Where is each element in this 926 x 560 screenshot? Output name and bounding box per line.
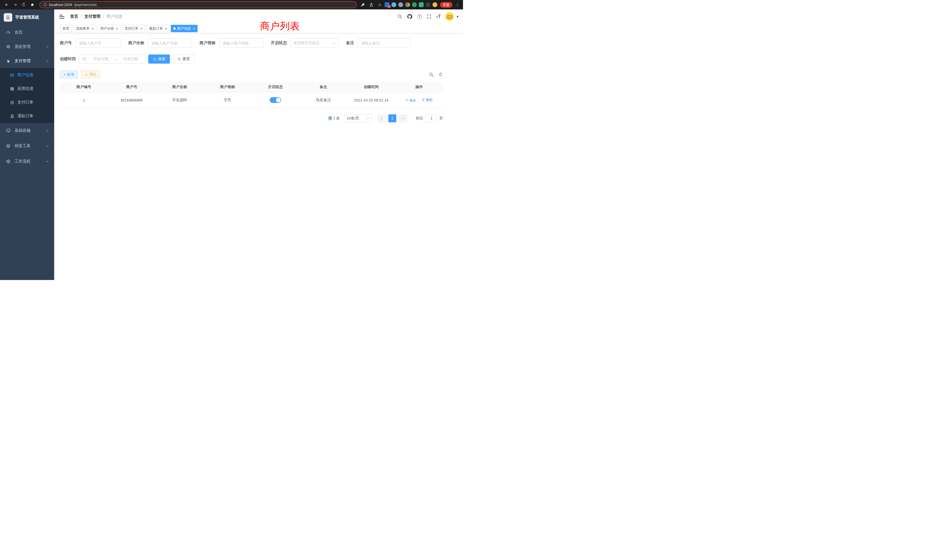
screen: localhost:1024 /pay/merchant ☆ 10 更新 ⋮ 芋…: [0, 0, 463, 280]
extension-icon-blue[interactable]: 10: [384, 2, 389, 7]
next-page-button[interactable]: ›: [399, 114, 407, 122]
app-title: 芋道管理系统: [15, 15, 39, 20]
short-name-input[interactable]: [219, 38, 263, 48]
tab-close-icon[interactable]: ×: [116, 27, 118, 30]
tab-refund-order[interactable]: 退款订单 ×: [147, 25, 169, 32]
remark-input[interactable]: [357, 38, 410, 48]
sidebar-item-refund-order[interactable]: 退款订单: [0, 109, 54, 123]
tab-label: 退款订单: [149, 26, 163, 31]
share-icon[interactable]: [368, 1, 375, 9]
browser-forward-icon[interactable]: [11, 1, 19, 9]
github-icon[interactable]: [407, 14, 413, 20]
avatar[interactable]: [445, 12, 454, 21]
toolbar-right: [429, 72, 443, 77]
page-size-select[interactable]: 10条/页: [344, 114, 372, 122]
extension-icon-green-square[interactable]: [419, 2, 424, 7]
extension-icon-colorful[interactable]: [405, 2, 410, 7]
sidebar-item-infra[interactable]: 基础设施: [0, 123, 54, 138]
app-logo[interactable]: 芋道管理系统: [0, 9, 54, 26]
col-header-actions: 操作: [395, 82, 443, 92]
dashboard-icon: [6, 30, 11, 35]
tab-close-icon[interactable]: ×: [165, 27, 167, 30]
show-search-icon[interactable]: [429, 72, 434, 77]
status-select[interactable]: 请选择开启状态: [290, 38, 339, 48]
key-icon[interactable]: [359, 1, 366, 9]
fullscreen-icon[interactable]: [427, 14, 432, 19]
sidebar-item-system[interactable]: 系统管理: [0, 39, 54, 54]
date-range-picker[interactable]: 开始日期 - 结束日期: [79, 54, 145, 64]
sidebar-item-workflow[interactable]: 工作流程: [0, 154, 54, 169]
plus-icon: +: [64, 73, 66, 76]
filter-status: 开启状态 请选择开启状态: [271, 38, 339, 48]
breadcrumb: 首页 / 支付管理 / 商户信息: [70, 14, 123, 19]
sidebar-item-pay-order[interactable]: 支付订单: [0, 95, 54, 109]
tab-close-icon[interactable]: ×: [140, 27, 142, 30]
breadcrumb-current: 商户信息: [107, 14, 123, 19]
tab-user-group[interactable]: 用户分组 ×: [98, 25, 121, 32]
font-size-icon[interactable]: TT: [436, 14, 441, 19]
sidebar-item-devtools[interactable]: 研发工具: [0, 138, 54, 154]
merchant-no-input[interactable]: [75, 38, 121, 48]
refresh-table-icon[interactable]: [438, 72, 443, 77]
browser-back-icon[interactable]: [3, 1, 10, 9]
sidebar-item-home[interactable]: 首页: [0, 26, 54, 39]
search-button[interactable]: 搜索: [148, 54, 170, 64]
bookmark-star-icon[interactable]: ☆: [376, 1, 383, 9]
browser-home-icon[interactable]: [29, 1, 36, 9]
chevron-up-icon: [46, 60, 49, 63]
filter-create-time: 创建时间 开始日期 - 结束日期: [60, 54, 145, 64]
edit-link[interactable]: ✎ 修改: [406, 98, 416, 103]
extension-icon-orange-face[interactable]: [433, 2, 437, 7]
status-toggle[interactable]: [270, 97, 281, 103]
sidebar-item-label: 退款订单: [17, 114, 33, 119]
sidebar-item-app-info[interactable]: 应用信息: [0, 82, 54, 95]
full-name-input[interactable]: [148, 38, 192, 48]
sidebar-item-merchant-info[interactable]: 商户信息: [0, 68, 54, 82]
extension-icon-droplet[interactable]: [392, 2, 396, 7]
create-time-label: 创建时间: [60, 56, 76, 62]
filter-remark: 备注: [346, 38, 410, 48]
remark-label: 备注: [346, 41, 354, 45]
browser-reload-icon[interactable]: [20, 1, 27, 9]
tab-pay-order[interactable]: 支付订单 ×: [122, 25, 145, 32]
caret-down-icon[interactable]: ▾: [457, 15, 458, 18]
delete-link[interactable]: 删除: [422, 97, 433, 102]
export-button[interactable]: 导出: [81, 70, 100, 79]
filter-short-name: 商户简称: [200, 38, 263, 48]
chevron-down-icon: [46, 129, 49, 132]
cell-short-name: 芋艿: [204, 92, 251, 108]
extension-icon-dark[interactable]: [426, 2, 431, 7]
breadcrumb-pay[interactable]: 支付管理: [85, 14, 100, 19]
add-button[interactable]: + 新增: [60, 70, 77, 79]
tab-close-icon[interactable]: ×: [92, 27, 94, 30]
goto-page-input[interactable]: [426, 114, 437, 122]
extension-icon-gray[interactable]: [398, 2, 403, 7]
reset-button[interactable]: 重置: [173, 54, 194, 64]
address-bar[interactable]: localhost:1024 /pay/merchant: [39, 1, 357, 8]
page-number-button[interactable]: 1: [388, 114, 396, 122]
sidebar-item-pay[interactable]: ¥ 支付管理: [0, 54, 54, 68]
sidebar-toggle-icon[interactable]: [59, 14, 65, 20]
tab-home[interactable]: 首页: [60, 25, 72, 32]
sidebar: 芋道管理系统 首页 系统管理 ¥ 支付管理: [0, 9, 54, 280]
search-icon[interactable]: [397, 14, 402, 19]
table-toolbar: + 新增 导出: [60, 70, 443, 79]
browser-update-button[interactable]: 更新: [440, 2, 452, 8]
tab-close-icon[interactable]: ×: [193, 27, 195, 30]
sidebar-item-label: 支付订单: [17, 100, 33, 105]
tab-process-form[interactable]: 流程表单 ×: [73, 25, 96, 32]
prev-page-button[interactable]: ‹: [377, 114, 386, 122]
url-host: localhost:1024: [49, 3, 72, 7]
browser-menu-icon[interactable]: ⋮: [455, 2, 460, 8]
tab-merchant-info[interactable]: 商户信息 ×: [171, 25, 198, 32]
help-icon[interactable]: ?: [417, 14, 422, 19]
breadcrumb-home[interactable]: 首页: [70, 14, 78, 19]
filter-full-name: 商户全称: [128, 38, 192, 48]
extension-icon-green-circle[interactable]: [412, 2, 417, 7]
chevron-down-icon: [366, 117, 369, 120]
cell-actions: ✎ 修改 删除: [395, 92, 443, 108]
download-icon: [85, 73, 88, 76]
sidebar-menu: 首页 系统管理 ¥ 支付管理 商户信息: [0, 26, 54, 169]
url-path: /pay/merchant: [74, 3, 97, 7]
site-info-icon[interactable]: [43, 3, 47, 6]
